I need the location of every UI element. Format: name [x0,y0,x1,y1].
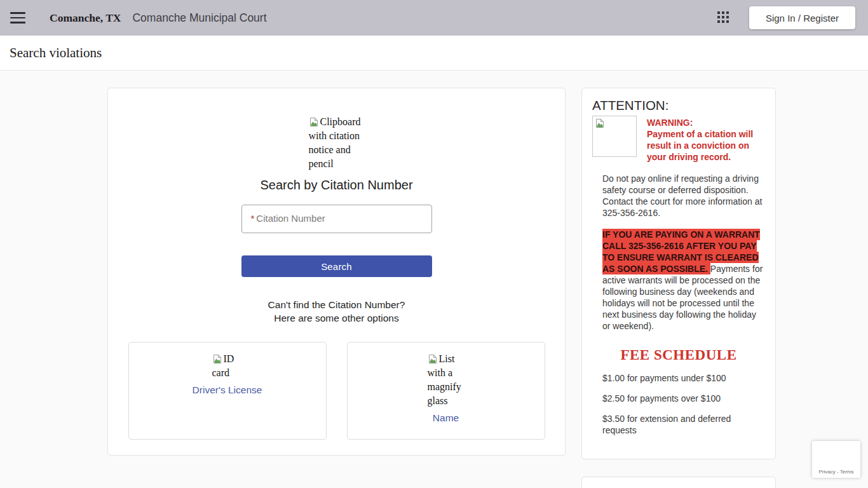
fee-schedule-heading: FEE SCHEDULE [592,347,765,363]
do-not-pay-paragraph: Do not pay online if requesting a drivin… [602,173,766,219]
content-area: Clipboard with citation notice and penci… [0,71,868,488]
attention-heading: ATTENTION: [592,98,765,113]
broken-image-warning [592,116,637,157]
citation-search-card: Clipboard with citation notice and penci… [107,88,566,456]
search-button[interactable]: Search [241,255,432,277]
warning-body: Payment of a citation will result in a c… [647,128,765,163]
warning-text: WARNING: Payment of a citation will resu… [647,116,765,163]
name-link[interactable]: Name [433,412,459,424]
warning-row: WARNING: Payment of a citation will resu… [592,116,765,163]
fee-item-3: $3.50 for extension and deferred request… [602,413,766,436]
help-line-1: Can't find the Citation Number? [108,298,565,311]
recaptcha-separator: - [837,469,839,475]
court-title: Comanche Municipal Court [132,11,266,25]
drivers-license-link[interactable]: Driver's License [193,384,262,396]
recaptcha-terms-link[interactable]: Terms [840,469,854,475]
broken-image-list-magnify: List with a magnify glass [428,352,465,408]
help-text: Can't find the Citation Number? Here are… [108,298,565,325]
page-title-bar: Search violations [0,36,868,71]
broken-image-icon [595,118,605,128]
warrant-paragraph: IF YOU ARE PAYING ON A WARRANT CALL 325-… [602,229,766,332]
search-options-row: ID card Driver's License List with a mag… [108,342,565,440]
fee-item-1: $1.00 for payments under $100 [602,372,766,384]
recaptcha-links: Privacy - Terms [812,469,860,475]
secondary-sidebar-card [581,477,776,488]
search-heading: Search by Citation Number [108,178,565,193]
broken-image-clipboard: Clipboard with citation notice and penci… [309,115,365,171]
sign-in-register-button[interactable]: Sign In / Register [749,6,855,29]
drivers-license-option-card[interactable]: ID card Driver's License [128,342,327,440]
citation-number-input[interactable] [241,205,432,233]
broken-image-id-card: ID card [212,352,243,380]
menu-icon[interactable] [10,12,25,24]
app-bar: Comanche, TX Comanche Municipal Court Si… [0,0,868,36]
broken-image-icon [428,354,438,364]
broken-image-icon [212,354,222,364]
name-option-card[interactable]: List with a magnify glass Name [347,342,545,440]
broken-image-icon [309,117,319,127]
city-label: Comanche, TX [50,11,121,25]
recaptcha-badge[interactable]: Privacy - Terms [812,441,860,478]
apps-grid-icon[interactable] [717,11,730,24]
page-title: Search violations [10,45,102,61]
warning-title: WARNING: [647,117,765,128]
recaptcha-privacy-link[interactable]: Privacy [819,469,836,475]
attention-card: ATTENTION: WARNING: Payment of a citatio… [581,88,776,459]
help-line-2: Here are some other options [108,311,565,325]
fee-item-2: $2.50 for payments over $100 [602,393,766,404]
